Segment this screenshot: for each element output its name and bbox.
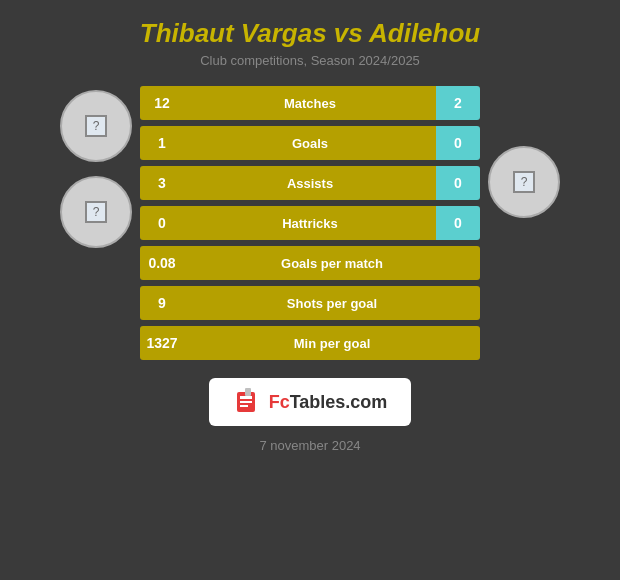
avatar-placeholder-icon-2: ?: [85, 201, 107, 223]
stat-row: 1Goals0: [140, 126, 480, 160]
avatar-placeholder-icon-3: ?: [513, 171, 535, 193]
stat-left-value: 0: [140, 206, 184, 240]
svg-rect-1: [240, 396, 252, 399]
stat-left-value: 3: [140, 166, 184, 200]
stat-row: 1327Min per goal: [140, 326, 480, 360]
stat-label: Matches: [184, 86, 436, 120]
page-subtitle: Club competitions, Season 2024/2025: [200, 53, 420, 68]
stat-row: 0Hattricks0: [140, 206, 480, 240]
avatar-left-bottom: ?: [60, 176, 132, 248]
content-area: ? ? 12Matches21Goals03Assists00Hattricks…: [0, 86, 620, 360]
page-wrapper: Thibaut Vargas vs Adilehou Club competit…: [0, 0, 620, 580]
stat-left-value: 1: [140, 126, 184, 160]
stat-left-value: 0.08: [140, 246, 184, 280]
footer-date: 7 november 2024: [259, 438, 360, 453]
avatar-right: ?: [488, 146, 560, 218]
stat-label: Assists: [184, 166, 436, 200]
stat-row: 12Matches2: [140, 86, 480, 120]
stat-left-value: 12: [140, 86, 184, 120]
fctables-icon: [233, 388, 261, 416]
stat-row: 3Assists0: [140, 166, 480, 200]
right-avatars: ?: [488, 146, 560, 218]
avatar-left-top: ?: [60, 90, 132, 162]
stat-label: Shots per goal: [184, 286, 480, 320]
svg-rect-2: [240, 401, 252, 403]
stat-row: 9Shots per goal: [140, 286, 480, 320]
stat-label: Hattricks: [184, 206, 436, 240]
stat-right-value: 2: [436, 86, 480, 120]
brand-name: FcTables.com: [269, 392, 388, 413]
stat-left-value: 9: [140, 286, 184, 320]
stats-area: 12Matches21Goals03Assists00Hattricks00.0…: [140, 86, 480, 360]
stat-right-value: 0: [436, 166, 480, 200]
stat-label: Goals: [184, 126, 436, 160]
svg-rect-5: [245, 388, 251, 396]
page-title: Thibaut Vargas vs Adilehou: [140, 18, 480, 49]
stat-row: 0.08Goals per match: [140, 246, 480, 280]
svg-rect-3: [240, 405, 248, 407]
stat-label: Goals per match: [184, 246, 480, 280]
stat-right-value: 0: [436, 126, 480, 160]
stat-label: Min per goal: [184, 326, 480, 360]
branding-box: FcTables.com: [209, 378, 412, 426]
stat-right-value: 0: [436, 206, 480, 240]
stat-left-value: 1327: [140, 326, 184, 360]
left-avatars: ? ?: [60, 90, 132, 248]
avatar-placeholder-icon: ?: [85, 115, 107, 137]
